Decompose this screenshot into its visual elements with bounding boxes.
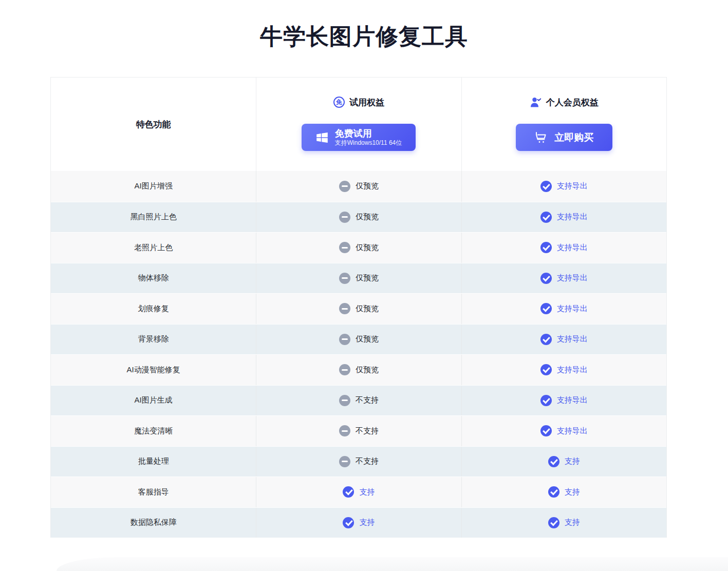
check-icon bbox=[540, 212, 552, 223]
member-column-header: 个人会员权益 立即购买 bbox=[461, 78, 666, 171]
minus-icon bbox=[339, 242, 350, 253]
member-status-cell: 支持导出 bbox=[461, 416, 666, 446]
trial-plan-label: 试用权益 bbox=[349, 97, 384, 108]
free-trial-button-sublabel: 支持Windows10/11 64位 bbox=[335, 139, 402, 147]
trial-column-header: 免 试用权益 免费试用 支持Windows10/11 64位 bbox=[256, 78, 461, 171]
feature-name: AI图片生成 bbox=[135, 395, 173, 405]
minus-icon bbox=[339, 303, 350, 314]
feature-header-label: 特色功能 bbox=[136, 119, 171, 130]
free-trial-button[interactable]: 免费试用 支持Windows10/11 64位 bbox=[302, 124, 416, 151]
table-row: AI动漫智能修复 仅预览 支持导出 bbox=[51, 354, 666, 385]
table-row: 背景移除 仅预览 支持导出 bbox=[51, 324, 666, 355]
minus-icon bbox=[339, 364, 350, 375]
trial-status-cell: 不支持 bbox=[256, 416, 461, 446]
buy-now-button-label: 立即购买 bbox=[554, 131, 593, 144]
trial-status-cell: 支持 bbox=[256, 477, 461, 507]
member-status-cell: 支持导出 bbox=[461, 202, 666, 233]
table-row: 魔法变清晰 不支持 支持导出 bbox=[51, 415, 666, 446]
feature-name: 客服指导 bbox=[138, 487, 169, 497]
member-status-cell: 支持导出 bbox=[461, 386, 666, 416]
trial-status-cell: 仅预览 bbox=[256, 202, 461, 233]
feature-cell: 物体移除 bbox=[51, 263, 256, 294]
trial-status-text: 不支持 bbox=[356, 395, 379, 405]
trial-status-cell: 不支持 bbox=[256, 386, 461, 416]
check-icon bbox=[540, 181, 552, 192]
feature-name: AI图片增强 bbox=[135, 181, 173, 191]
member-status-text: 支持 bbox=[565, 487, 580, 497]
check-icon bbox=[540, 364, 552, 375]
minus-icon bbox=[339, 181, 350, 192]
member-status-cell: 支持导出 bbox=[461, 355, 666, 385]
table-row: 批量处理 不支持 支持 bbox=[51, 446, 666, 477]
member-status-text: 支持导出 bbox=[557, 426, 588, 436]
table-header-row: 特色功能 免 试用权益 免费试用 支持Windows10/11 64位 bbox=[51, 78, 666, 171]
table-body: AI图片增强 仅预览 支持导出 黑白照片上色 仅预览 支持导出 老照片上色 仅 bbox=[51, 171, 666, 538]
trial-plan-head: 免 试用权益 bbox=[333, 95, 384, 109]
page: 牛学长图片修复工具 特色功能 免 试用权益 免费试用 bbox=[0, 0, 728, 571]
trial-status-cell: 仅预览 bbox=[256, 233, 461, 263]
check-icon bbox=[548, 456, 559, 467]
feature-name: 划痕修复 bbox=[138, 304, 169, 314]
table-row: AI图片增强 仅预览 支持导出 bbox=[51, 171, 666, 202]
member-status-text: 支持导出 bbox=[557, 304, 588, 314]
member-status-cell: 支持导出 bbox=[461, 294, 666, 324]
check-icon bbox=[540, 242, 552, 253]
member-status-text: 支持导出 bbox=[557, 243, 588, 253]
feature-cell: AI图片生成 bbox=[51, 386, 256, 416]
member-status-cell: 支持导出 bbox=[461, 233, 666, 263]
member-status-text: 支持导出 bbox=[557, 181, 588, 191]
trial-status-text: 仅预览 bbox=[356, 334, 379, 344]
table-row: 划痕修复 仅预览 支持导出 bbox=[51, 293, 666, 324]
member-status-text: 支持导出 bbox=[557, 334, 588, 344]
check-icon bbox=[540, 395, 552, 406]
member-status-cell: 支持 bbox=[461, 508, 666, 538]
table-row: 黑白照片上色 仅预览 支持导出 bbox=[51, 202, 666, 233]
trial-status-cell: 支持 bbox=[256, 508, 461, 538]
trial-status-cell: 仅预览 bbox=[256, 263, 461, 294]
cart-icon bbox=[534, 131, 548, 144]
member-status-cell: 支持 bbox=[461, 477, 666, 507]
feature-cell: 黑白照片上色 bbox=[51, 202, 256, 233]
check-icon bbox=[540, 303, 552, 314]
check-icon bbox=[540, 334, 552, 345]
feature-cell: 老照片上色 bbox=[51, 233, 256, 263]
member-status-text: 支持导出 bbox=[557, 273, 588, 283]
free-trial-button-label: 免费试用 bbox=[335, 128, 372, 140]
free-badge-icon: 免 bbox=[333, 97, 345, 108]
check-icon bbox=[540, 425, 552, 436]
table-row: 老照片上色 仅预览 支持导出 bbox=[51, 232, 666, 263]
feature-name: AI动漫智能修复 bbox=[127, 365, 180, 375]
check-icon bbox=[343, 517, 354, 528]
feature-name: 背景移除 bbox=[138, 334, 169, 344]
table-row: 客服指导 支持 支持 bbox=[51, 477, 666, 507]
member-status-text: 支持 bbox=[565, 456, 580, 466]
member-status-cell: 支持导出 bbox=[461, 325, 666, 355]
comparison-table: 特色功能 免 试用权益 免费试用 支持Windows10/11 64位 bbox=[50, 77, 667, 538]
feature-name: 魔法变清晰 bbox=[134, 426, 173, 436]
feature-name: 数据隐私保障 bbox=[130, 518, 177, 527]
trial-status-text: 仅预览 bbox=[356, 181, 379, 191]
trial-status-text: 支持 bbox=[359, 518, 375, 527]
feature-name: 批量处理 bbox=[138, 456, 169, 466]
table-row: AI图片生成 不支持 支持导出 bbox=[51, 385, 666, 416]
minus-icon bbox=[339, 212, 350, 223]
trial-status-cell: 仅预览 bbox=[256, 294, 461, 324]
trial-status-text: 仅预览 bbox=[356, 273, 379, 283]
check-icon bbox=[548, 486, 559, 498]
trial-status-text: 支持 bbox=[359, 487, 375, 497]
member-status-cell: 支持导出 bbox=[461, 263, 666, 294]
member-status-cell: 支持 bbox=[461, 447, 666, 477]
feature-cell: AI图片增强 bbox=[51, 171, 256, 202]
buy-now-button[interactable]: 立即购买 bbox=[516, 124, 612, 151]
member-status-text: 支持导出 bbox=[557, 212, 588, 222]
feature-cell: 魔法变清晰 bbox=[51, 416, 256, 446]
trial-status-cell: 不支持 bbox=[256, 447, 461, 477]
feature-column-header: 特色功能 bbox=[51, 78, 256, 171]
member-status-text: 支持 bbox=[565, 518, 580, 527]
trial-status-text: 仅预览 bbox=[356, 212, 379, 222]
member-plan-label: 个人会员权益 bbox=[546, 97, 599, 108]
minus-icon bbox=[339, 273, 350, 284]
member-status-text: 支持导出 bbox=[557, 365, 588, 375]
windows-logo-icon bbox=[316, 131, 328, 144]
trial-status-cell: 仅预览 bbox=[256, 355, 461, 385]
